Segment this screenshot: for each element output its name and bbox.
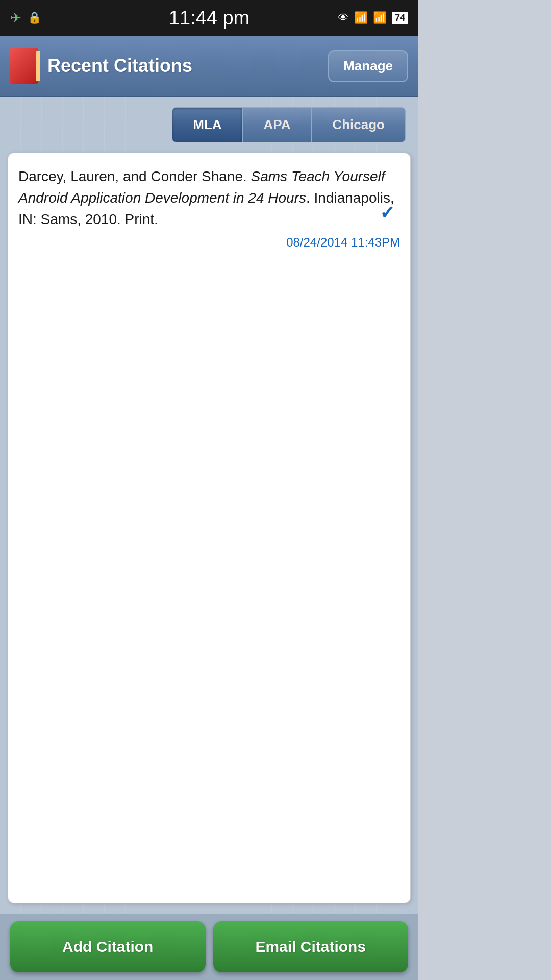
status-right: 👁 📶 📶 74 <box>338 11 408 24</box>
tab-chicago[interactable]: Chicago <box>311 107 406 142</box>
manage-button[interactable]: Manage <box>328 50 408 82</box>
citation-text: Darcey, Lauren, and Conder Shane. Sams T… <box>18 166 400 230</box>
book-pages-icon <box>36 51 40 81</box>
app-title: Recent Citations <box>47 55 192 77</box>
eye-icon: 👁 <box>338 11 349 24</box>
lock-icon: 🔒 <box>28 11 41 24</box>
add-citation-button[interactable]: Add Citation <box>10 921 206 972</box>
battery-indicator: 74 <box>392 12 408 24</box>
tab-apa[interactable]: APA <box>242 107 311 142</box>
citation-entry: Darcey, Lauren, and Conder Shane. Sams T… <box>18 166 400 260</box>
status-left: ✈ 🔒 <box>10 10 41 26</box>
app-logo <box>10 48 38 84</box>
send-icon: ✈ <box>10 10 21 26</box>
email-citations-button[interactable]: Email Citations <box>213 921 409 972</box>
main-content: MLA APA Chicago Darcey, Lauren, and Cond… <box>0 97 418 914</box>
citation-card: Darcey, Lauren, and Conder Shane. Sams T… <box>8 153 411 903</box>
citation-checkmark-icon: ✓ <box>380 202 395 224</box>
header-left: Recent Citations <box>10 48 192 84</box>
bottom-bar: Add Citation Email Citations <box>0 914 418 980</box>
app-header: Recent Citations Manage <box>0 36 418 97</box>
format-tabs: MLA APA Chicago <box>8 107 406 142</box>
tab-mla[interactable]: MLA <box>172 107 242 142</box>
citation-text-before: Darcey, Lauren, and Conder Shane. <box>18 168 251 184</box>
signal-icon: 📶 <box>373 11 387 24</box>
status-bar: ✈ 🔒 11:44 pm 👁 📶 📶 74 <box>0 0 418 36</box>
status-time: 11:44 pm <box>169 7 249 29</box>
citation-timestamp: 08/24/2014 11:43PM <box>18 235 400 250</box>
wifi-icon: 📶 <box>354 11 368 24</box>
